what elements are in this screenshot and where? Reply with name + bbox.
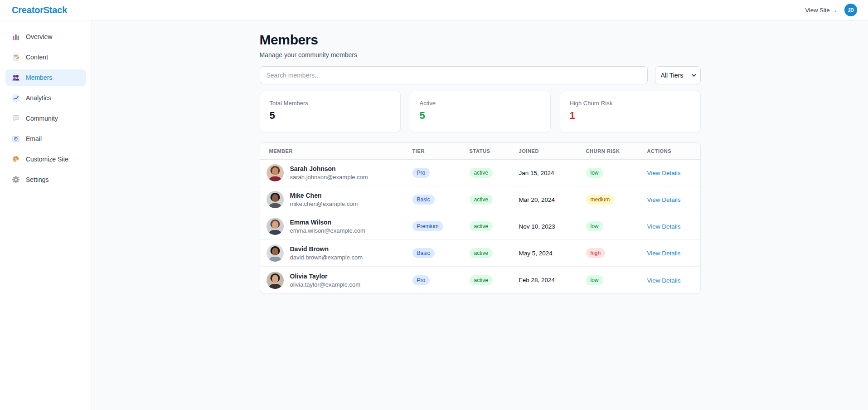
page-title: Members — [260, 32, 701, 48]
sidebar-item-overview[interactable]: Overview — [5, 29, 86, 45]
churn-risk-badge: low — [586, 275, 603, 285]
palette-icon — [12, 155, 20, 163]
sidebar-item-label: Community — [26, 115, 58, 122]
member-cell: Olivia Taylor olivia.taylor@example.com — [260, 272, 412, 289]
main-area: Members Manage your community members Al… — [92, 20, 868, 410]
tier-filter-select[interactable]: All Tiers — [655, 66, 701, 84]
table-row: Sarah Johnson sarah.johnson@example.com … — [260, 160, 700, 186]
member-name: David Brown — [290, 245, 363, 253]
member-email: olivia.taylor@example.com — [290, 281, 361, 288]
joined-date: Nov 10, 2023 — [519, 223, 586, 230]
view-details-link[interactable]: View Details — [647, 223, 681, 230]
churn-risk-badge: high — [586, 248, 606, 258]
speech-bubble-icon — [12, 114, 20, 122]
members-table: MEMBER TIER STATUS JOINED CHURN RISK ACT… — [260, 142, 701, 294]
gear-icon — [12, 176, 20, 184]
controls-row: All Tiers — [260, 66, 701, 84]
member-name: Olivia Taylor — [290, 273, 361, 280]
column-header-churn-risk: CHURN RISK — [586, 148, 647, 154]
view-site-link[interactable]: View Site → — [805, 7, 837, 14]
sidebar: Overview Content Members — [0, 20, 92, 410]
tier-badge: Basic — [412, 248, 435, 258]
stat-label: Total Members — [270, 100, 391, 107]
member-email: sarah.johnson@example.com — [290, 174, 368, 181]
column-header-member: MEMBER — [260, 148, 412, 154]
sidebar-item-members[interactable]: Members — [5, 69, 86, 86]
member-cell: Mike Chen mike.chen@example.com — [260, 191, 412, 208]
sidebar-item-label: Content — [26, 54, 48, 61]
tier-badge: Premium — [412, 221, 443, 231]
table-row: Olivia Taylor olivia.taylor@example.com … — [260, 267, 700, 293]
view-details-link[interactable]: View Details — [647, 170, 681, 176]
stat-value: 5 — [420, 110, 541, 122]
view-details-link[interactable]: View Details — [647, 250, 681, 257]
table-row: David Brown david.brown@example.com Basi… — [260, 240, 700, 267]
sidebar-item-customize-site[interactable]: Customize Site — [5, 151, 86, 167]
sidebar-item-label: Settings — [26, 176, 49, 183]
status-badge: active — [470, 195, 493, 205]
stat-card-active: Active 5 — [410, 91, 551, 132]
stat-value: 1 — [570, 110, 691, 122]
sidebar-item-community[interactable]: Community — [5, 110, 86, 127]
chart-up-icon — [12, 94, 20, 102]
table-row: Mike Chen mike.chen@example.com Basic ac… — [260, 186, 700, 213]
view-details-link[interactable]: View Details — [647, 277, 681, 284]
sidebar-item-email[interactable]: Email — [5, 131, 86, 147]
status-badge: active — [470, 275, 493, 285]
column-header-tier: TIER — [412, 148, 470, 154]
column-header-actions: ACTIONS — [647, 148, 701, 154]
status-badge: active — [470, 221, 493, 231]
stats-row: Total Members 5 Active 5 High Churn Risk… — [260, 91, 701, 132]
member-email: mike.chen@example.com — [290, 200, 358, 207]
churn-risk-badge: low — [586, 221, 603, 231]
stat-label: Active — [420, 100, 541, 107]
member-cell: David Brown david.brown@example.com — [260, 244, 412, 262]
sidebar-item-label: Customize Site — [26, 156, 68, 163]
status-badge: active — [470, 248, 493, 258]
sidebar-item-label: Email — [26, 135, 42, 142]
user-avatar[interactable]: JD — [844, 4, 857, 16]
member-cell: Sarah Johnson sarah.johnson@example.com — [260, 164, 412, 181]
bar-chart-icon — [12, 33, 20, 41]
member-email: emma.wilson@example.com — [290, 227, 365, 234]
joined-date: Feb 28, 2024 — [519, 277, 586, 283]
stat-value: 5 — [270, 110, 391, 122]
topbar-right: View Site → JD — [805, 4, 857, 16]
stat-label: High Churn Risk — [570, 100, 691, 107]
tier-filter-wrap: All Tiers — [655, 66, 701, 84]
member-email: david.brown@example.com — [290, 254, 363, 261]
avatar — [267, 244, 284, 262]
avatar — [267, 164, 284, 181]
churn-risk-badge: medium — [586, 195, 615, 205]
stat-card-high-churn-risk: High Churn Risk 1 — [560, 91, 701, 132]
topbar: CreatorStack View Site → JD — [0, 0, 868, 20]
table-header-row: MEMBER TIER STATUS JOINED CHURN RISK ACT… — [260, 143, 700, 160]
avatar — [267, 218, 284, 235]
joined-date: May 5, 2024 — [519, 250, 586, 257]
stat-card-total-members: Total Members 5 — [260, 91, 401, 132]
page-subtitle: Manage your community members — [260, 51, 701, 59]
table-row: Emma Wilson emma.wilson@example.com Prem… — [260, 213, 700, 240]
avatar — [267, 272, 284, 289]
joined-date: Jan 15, 2024 — [519, 170, 586, 176]
tier-badge: Pro — [412, 275, 430, 285]
sidebar-item-content[interactable]: Content — [5, 49, 86, 65]
member-cell: Emma Wilson emma.wilson@example.com — [260, 218, 412, 235]
avatar — [267, 191, 284, 208]
sidebar-item-analytics[interactable]: Analytics — [5, 90, 86, 106]
member-name: Emma Wilson — [290, 219, 365, 226]
member-name: Mike Chen — [290, 192, 358, 199]
status-badge: active — [470, 168, 493, 178]
churn-risk-badge: low — [586, 168, 603, 178]
app-logo: CreatorStack — [12, 5, 67, 15]
tier-badge: Pro — [412, 168, 430, 178]
search-input[interactable] — [260, 66, 648, 84]
sidebar-item-settings[interactable]: Settings — [5, 171, 86, 188]
sidebar-item-label: Analytics — [26, 94, 51, 102]
joined-date: Mar 20, 2024 — [519, 196, 586, 203]
tier-badge: Basic — [412, 195, 435, 205]
sidebar-item-label: Members — [26, 74, 52, 81]
memo-icon — [12, 53, 20, 61]
column-header-status: STATUS — [470, 148, 519, 154]
view-details-link[interactable]: View Details — [647, 196, 681, 203]
